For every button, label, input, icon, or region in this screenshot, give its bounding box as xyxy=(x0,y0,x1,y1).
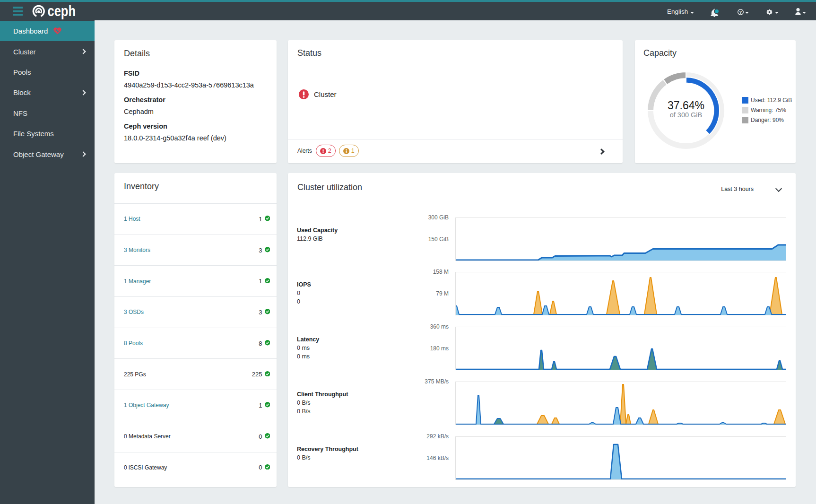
svg-text:?: ? xyxy=(739,10,742,15)
